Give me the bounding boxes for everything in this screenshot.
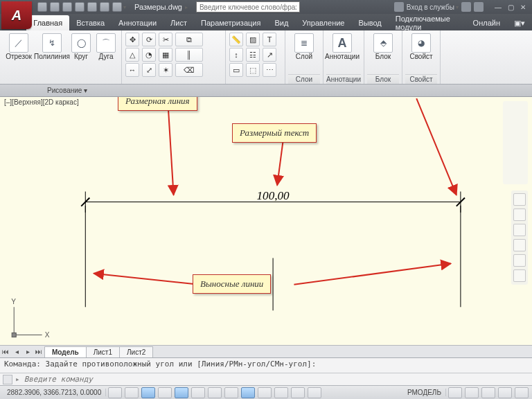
tab-parametric[interactable]: Параметризация [194,15,267,30]
tab-home[interactable]: Главная [26,15,69,30]
nav-full-icon[interactable] [513,193,526,206]
tab-model[interactable]: Модель [44,346,87,357]
status-tpy-button[interactable] [274,387,288,398]
tab-plugins[interactable]: Подключаемые модули [389,15,466,30]
nav-wheel-icon[interactable] [513,254,526,267]
fillet-icon[interactable]: ◔ [142,48,156,62]
status-lwt-button[interactable] [258,387,272,398]
nav-zoom-icon[interactable] [513,224,526,236]
tab-scroll-first-icon[interactable]: ⏮ [0,348,11,355]
line-button[interactable]: ／Отрезок [3,32,35,60]
tab-scroll-prev-icon[interactable]: ◂ [11,348,22,355]
nav-showmotion-icon[interactable] [513,269,526,282]
panel-draw-label[interactable]: Рисование ▾ [47,87,87,94]
polyline-button[interactable]: ↯Полилиния [36,32,68,60]
status-osnap-button[interactable] [175,387,188,398]
application-menu-button[interactable] [1,1,32,29]
tab-insert[interactable]: Вставка [69,15,112,30]
minimize-button[interactable]: — [492,2,504,12]
callout-extension-lines: Выносные линии [193,274,271,294]
tab-annotate[interactable]: Аннотации [112,15,163,30]
restore-button[interactable]: ▢ [504,2,517,12]
tab-output[interactable]: Вывод [351,15,388,30]
tab-online[interactable]: Онлайн [466,15,507,30]
layers-button[interactable]: ≣Слой [288,32,320,60]
measure-icon[interactable]: 📏 [229,33,243,46]
status-clean-button[interactable] [515,387,529,398]
circle-button[interactable]: ◯Круг [69,32,93,60]
drawing-area[interactable]: [–][Верхняя][2D каркас] Размерная линия … [0,97,532,345]
erase-icon[interactable]: ⌫ [175,63,203,77]
svg-line-8 [168,104,174,195]
array-icon[interactable]: ▦ [159,48,172,62]
status-qp-button[interactable] [291,387,305,398]
status-polar-button[interactable] [158,387,172,398]
hatch-icon[interactable]: ▨ [246,33,260,46]
nav-pan-icon[interactable] [513,209,526,221]
dim-icon[interactable]: ↕ [229,48,243,62]
status-ortho-button[interactable] [141,387,155,398]
mirror-icon[interactable]: △ [125,48,139,62]
leader-icon[interactable]: ↗ [263,48,276,62]
tab-view[interactable]: Вид [267,15,295,30]
status-dyn-button[interactable] [241,387,255,398]
misc-icon[interactable]: ⋯ [263,63,276,77]
status-snap-button[interactable] [108,387,122,398]
tab-scroll-last-icon[interactable]: ⏭ [33,348,44,355]
command-prompt-icon[interactable] [3,375,12,384]
block-button[interactable]: ⬘Блок [367,32,399,60]
tab-sheet[interactable]: Лист [163,15,194,30]
ribbon-collapse-button[interactable]: ▣▾ [507,15,532,30]
trim-icon[interactable]: ✂ [159,33,172,46]
status-workspace-button[interactable] [448,387,462,398]
table-icon[interactable]: ☷ [246,48,260,62]
explode-icon[interactable]: ✶ [159,63,172,77]
nav-orbit-icon[interactable] [513,239,526,251]
status-grid-button[interactable] [125,387,139,398]
region-icon[interactable]: ▭ [229,63,243,77]
copy-icon[interactable]: ⧉ [175,33,203,46]
viewcube[interactable] [503,101,528,184]
tab-manage[interactable]: Управление [295,15,351,30]
scale-icon[interactable]: ⤢ [142,63,156,77]
signin-label[interactable]: Вход в службы [407,3,454,11]
stretch-icon[interactable]: ↔ [125,63,139,77]
command-input[interactable] [23,374,529,384]
panel-prop-label: Свойст [405,74,437,84]
help-icon[interactable] [474,2,484,12]
document-title: Размеры.dwg [134,3,182,11]
status-ducs-button[interactable] [224,387,238,398]
tab-layout2[interactable]: Лист2 [119,346,153,357]
status-hardware-button[interactable] [481,387,495,398]
properties-button[interactable]: ◕Свойст [405,32,437,60]
qat-expand-icon[interactable]: ▾ [123,4,126,10]
status-sc-button[interactable] [308,387,321,398]
group-icon[interactable]: ⬚ [246,63,260,77]
status-isolate-button[interactable] [498,387,512,398]
status-3dosnap-button[interactable] [191,387,205,398]
qat-undo-icon[interactable] [100,2,109,12]
move-icon[interactable]: ✥ [125,33,139,46]
rotate-icon[interactable]: ⟳ [142,33,156,46]
help-search-input[interactable] [196,1,300,12]
tab-scroll-next-icon[interactable]: ▸ [22,348,33,355]
status-otrack-button[interactable] [208,387,222,398]
tab-layout1[interactable]: Лист1 [86,346,120,357]
exchange-icon[interactable] [461,2,471,12]
status-lock-button[interactable] [465,387,479,398]
close-button[interactable]: ✕ [517,2,529,12]
offset-icon[interactable]: ║ [175,48,203,62]
arc-button[interactable]: ⌒Дуга [94,32,118,60]
qat-redo-icon[interactable] [112,2,122,12]
text-icon[interactable]: T [263,33,276,46]
status-space-label[interactable]: РМОДЕЛЬ [403,389,446,396]
annotation-button[interactable]: AАннотации [326,32,358,60]
qat-print-icon[interactable] [87,2,97,12]
ucs-y-label: Y [11,298,16,305]
qat-saveas-icon[interactable] [75,2,85,12]
qat-open-icon[interactable] [50,2,60,12]
qat-new-icon[interactable] [37,2,47,12]
doc-dropdown-icon[interactable]: ▸ [185,4,188,10]
user-icon[interactable] [394,2,404,12]
qat-save-icon[interactable] [62,2,72,12]
